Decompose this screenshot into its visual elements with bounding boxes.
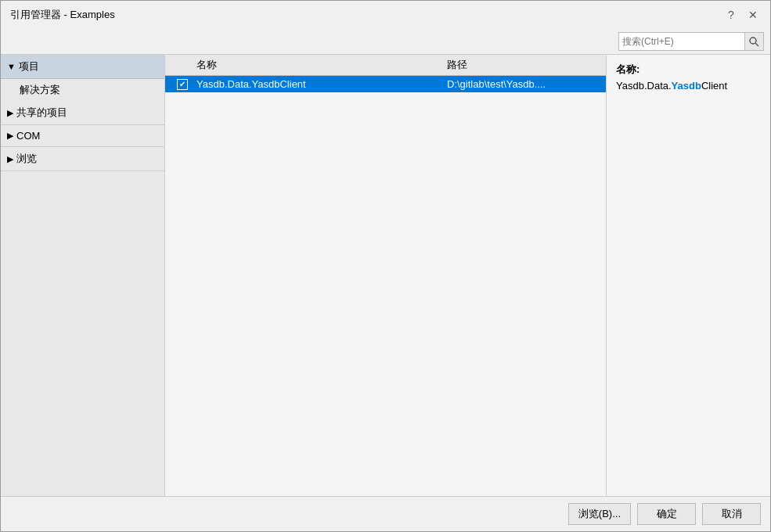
sidebar-item-com[interactable]: ▶ COM — [1, 125, 164, 147]
browse-button[interactable]: 浏览(B)... — [568, 503, 631, 525]
row-checkbox[interactable]: ✔ — [177, 79, 188, 90]
cancel-button[interactable]: 取消 — [702, 503, 761, 525]
table-row[interactable]: ✔ Yasdb.Data.YasdbClient D:\gitlab\test\… — [165, 76, 606, 92]
col-header-path: 路径 — [444, 58, 606, 72]
main-content: ▼ 项目 解决方案 ▶ 共享的项目 ▶ COM ▶ 浏览 — [1, 55, 770, 496]
reference-manager-dialog: 引用管理器 - Examples ? ✕ ▼ 项目 — [0, 0, 771, 532]
sidebar-item-browse[interactable]: ▶ 浏览 — [1, 147, 164, 171]
ok-button[interactable]: 确定 — [637, 503, 696, 525]
svg-line-1 — [755, 43, 758, 46]
sidebar-section-projects-label: 项目 — [19, 59, 39, 74]
right-panel-value-prefix: Yasdb.Data. — [616, 80, 672, 92]
help-button[interactable]: ? — [723, 7, 739, 23]
table-header: 名称 路径 — [165, 55, 606, 76]
collapse-arrow-com: ▶ — [7, 131, 13, 141]
row-path: D:\gitlab\test\Yasdb.... — [444, 78, 606, 90]
collapse-arrow-browse: ▶ — [7, 154, 13, 164]
sidebar-item-com-label: COM — [16, 130, 40, 142]
right-panel-value-suffix: Client — [701, 80, 727, 92]
table-body: ✔ Yasdb.Data.YasdbClient D:\gitlab\test\… — [165, 76, 606, 496]
search-icon-button[interactable] — [744, 33, 763, 50]
search-icon — [749, 37, 759, 47]
sidebar-item-solution[interactable]: 解决方案 — [1, 79, 164, 101]
row-name: Yasdb.Data.YasdbClient — [193, 78, 444, 90]
sidebar: ▼ 项目 解决方案 ▶ 共享的项目 ▶ COM ▶ 浏览 — [1, 55, 165, 496]
col-header-name: 名称 — [193, 58, 444, 72]
right-panel: 名称: Yasdb.Data.YasdbClient — [606, 55, 770, 496]
sidebar-section-projects[interactable]: ▼ 项目 — [1, 55, 164, 79]
right-panel-value-highlight: Yasdb — [672, 80, 701, 92]
search-input[interactable] — [619, 34, 744, 49]
right-panel-value: Yasdb.Data.YasdbClient — [616, 80, 761, 92]
svg-point-0 — [750, 38, 756, 44]
center-panel: 名称 路径 ✔ Yasdb.Data.YasdbClient D:\gitlab… — [165, 55, 606, 496]
sidebar-item-shared-label: 共享的项目 — [16, 106, 67, 120]
close-button[interactable]: ✕ — [745, 7, 761, 23]
right-panel-label: 名称: — [616, 63, 761, 77]
footer: 浏览(B)... 确定 取消 — [1, 496, 770, 531]
collapse-arrow-shared: ▶ — [7, 108, 13, 118]
dialog-title: 引用管理器 - Examples — [10, 8, 115, 22]
sidebar-item-solution-label: 解决方案 — [20, 84, 60, 95]
search-input-wrap — [618, 32, 764, 51]
sidebar-item-browse-label: 浏览 — [16, 152, 37, 166]
sidebar-item-shared[interactable]: ▶ 共享的项目 — [1, 101, 164, 125]
title-bar: 引用管理器 - Examples ? ✕ — [1, 1, 770, 29]
title-bar-buttons: ? ✕ — [723, 7, 761, 23]
row-checkbox-wrap: ✔ — [165, 79, 193, 90]
collapse-arrow-projects: ▼ — [7, 62, 16, 71]
search-bar — [1, 29, 770, 55]
